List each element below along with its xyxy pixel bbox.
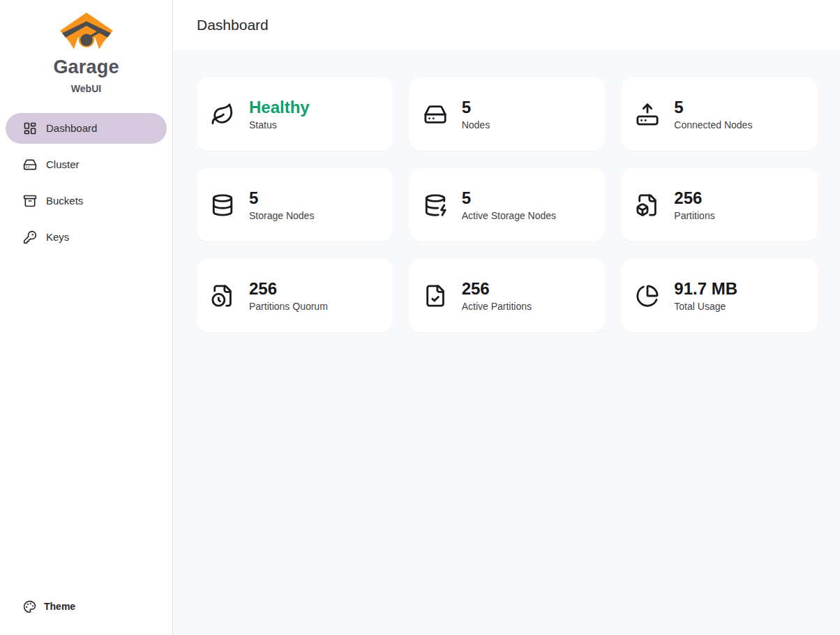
- stat-card-text: 5Storage Nodes: [249, 188, 314, 221]
- stat-card-text: 5Connected Nodes: [674, 98, 752, 130]
- palette-icon: [23, 600, 36, 613]
- stat-card-text: 5Active Storage Nodes: [462, 188, 556, 221]
- stat-value: Healthy: [249, 98, 310, 117]
- stat-value: 91.7 MB: [674, 279, 737, 299]
- stat-label: Active Partitions: [462, 301, 532, 312]
- stat-card-partitions-quorum: 256Partitions Quorum: [197, 259, 393, 332]
- sidebar-footer: Theme: [0, 586, 172, 635]
- sidebar-item-label: Keys: [46, 231, 69, 243]
- sidebar-item-keys[interactable]: Keys: [6, 222, 167, 253]
- app-title: Garage: [0, 57, 172, 78]
- stat-value: 5: [462, 98, 490, 117]
- stat-card-partitions: 256Partitions: [622, 168, 818, 241]
- stat-label: Partitions: [674, 210, 714, 221]
- database-zap-icon: [423, 193, 447, 217]
- stat-card-text: 256Partitions Quorum: [249, 279, 328, 312]
- sidebar-item-label: Buckets: [46, 195, 83, 207]
- stat-label: Active Storage Nodes: [462, 210, 556, 221]
- stat-label: Nodes: [462, 119, 490, 130]
- hard-drive-icon: [23, 158, 37, 172]
- stat-value: 256: [674, 188, 714, 208]
- theme-button[interactable]: Theme: [6, 593, 167, 620]
- leaf-icon: [211, 103, 234, 126]
- sidebar-item-cluster[interactable]: Cluster: [6, 149, 167, 180]
- archive-icon: [23, 194, 37, 208]
- theme-button-label: Theme: [44, 601, 75, 612]
- stat-card-connected-nodes: 5Connected Nodes: [622, 77, 818, 151]
- key-icon: [23, 230, 37, 244]
- sidebar-item-buckets[interactable]: Buckets: [6, 186, 167, 216]
- app-subtitle: WebUI: [0, 83, 172, 94]
- stat-value: 5: [249, 188, 314, 208]
- stat-card-active-partitions: 256Active Partitions: [410, 259, 606, 332]
- file-clock-icon: [211, 284, 234, 308]
- stat-label: Total Usage: [674, 301, 737, 312]
- stat-card-text: HealthyStatus: [249, 98, 310, 130]
- logo-block: Garage WebUI: [0, 0, 172, 94]
- topbar: Dashboard: [173, 0, 840, 51]
- file-box-icon: [636, 193, 659, 217]
- app-root: Garage WebUI DashboardClusterBucketsKeys…: [0, 0, 840, 635]
- sidebar-item-label: Cluster: [46, 158, 80, 170]
- content: HealthyStatus5Nodes5Connected Nodes5Stor…: [173, 51, 840, 354]
- hard-drive-icon: [423, 103, 447, 126]
- stat-value: 5: [462, 188, 556, 208]
- layout-dashboard-icon: [23, 121, 37, 135]
- database-icon: [211, 193, 234, 217]
- hard-drive-upload-icon: [636, 103, 659, 126]
- stat-label: Partitions Quorum: [249, 301, 328, 312]
- stat-label: Connected Nodes: [674, 119, 752, 130]
- stat-card-text: 256Active Partitions: [462, 279, 532, 312]
- stat-card-text: 91.7 MBTotal Usage: [674, 279, 737, 312]
- stats-grid: HealthyStatus5Nodes5Connected Nodes5Stor…: [197, 77, 818, 332]
- stat-card-text: 256Partitions: [674, 188, 714, 221]
- stat-card-nodes: 5Nodes: [410, 77, 606, 151]
- stat-value: 5: [674, 98, 752, 117]
- stat-value: 256: [462, 279, 532, 299]
- stat-card-storage-nodes: 5Storage Nodes: [197, 168, 393, 241]
- stat-label: Storage Nodes: [249, 210, 314, 221]
- stat-label: Status: [249, 119, 310, 130]
- stat-card-text: 5Nodes: [462, 98, 490, 130]
- file-check-icon: [423, 284, 447, 308]
- sidebar: Garage WebUI DashboardClusterBucketsKeys…: [0, 0, 173, 635]
- page-title: Dashboard: [197, 17, 269, 33]
- sidebar-item-dashboard[interactable]: Dashboard: [6, 113, 167, 144]
- main-area: Dashboard HealthyStatus5Nodes5Connected …: [173, 0, 840, 635]
- sidebar-nav: DashboardClusterBucketsKeys: [0, 113, 172, 253]
- stat-value: 256: [249, 279, 328, 299]
- stat-card-total-usage: 91.7 MBTotal Usage: [622, 259, 818, 332]
- pie-chart-icon: [636, 284, 659, 308]
- stat-card-active-storage-nodes: 5Active Storage Nodes: [410, 168, 606, 241]
- stat-card-status: HealthyStatus: [197, 77, 393, 151]
- garage-logo-icon: [57, 11, 116, 53]
- sidebar-item-label: Dashboard: [46, 122, 97, 134]
